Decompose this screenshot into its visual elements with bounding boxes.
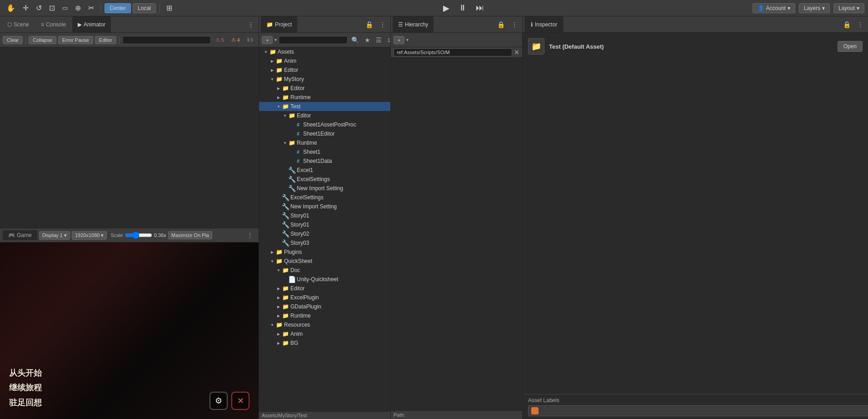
scale-value: 0.36x [154,232,166,238]
hierarchy-lock-btn[interactable]: 🔒 [494,20,508,29]
close-icon-btn[interactable]: ✕ [231,392,249,410]
tree-item-mystory-editor[interactable]: ▶ 📁 Editor [259,84,390,93]
hierarchy-tab[interactable]: ☰ Hierarchy [393,16,434,32]
project-more-btn[interactable]: ⋮ [377,20,389,29]
tree-item-story01a[interactable]: 🔧 Story01 [259,211,390,220]
tree-item-test-editor[interactable]: ▼ 📁 Editor [259,111,390,120]
story01a-label: Story01 [290,212,309,219]
hierarchy-ref-input[interactable] [394,48,512,56]
step-btn[interactable]: ⏭ [472,2,488,14]
hierarchy-more-btn[interactable]: ⋮ [509,20,520,29]
tree-item-sheet1data[interactable]: # Sheet1Data [259,156,390,166]
clear-btn[interactable]: Clear [3,36,23,44]
maximize-btn[interactable]: Maximize On Pla [168,231,212,239]
tree-item-sheet1[interactable]: # Sheet1 [259,147,390,156]
excel1-arrow [282,167,288,173]
hierarchy-add-btn[interactable]: + [394,36,404,44]
mystory-label: MyStory [284,76,304,82]
scene-tab[interactable]: ⬡ Scene [2,16,35,32]
scale-tool-btn[interactable]: ⊡ [46,2,58,14]
rotate-tool-btn[interactable]: ↺ [33,2,45,14]
quicksheet-folder-icon: 📁 [275,257,283,265]
tree-item-excel1[interactable]: 🔧 Excel1 [259,166,390,175]
layers-dropdown[interactable]: Layers ▾ [799,3,830,13]
error-pause-btn[interactable]: Error Pause [58,36,93,44]
tree-item-story01b[interactable]: 🔧 Story01 [259,220,390,229]
tree-item-mystory-runtime[interactable]: ▶ 📁 Runtime [259,93,390,102]
pause-btn[interactable]: ⏸ [455,2,470,14]
story02-label: Story02 [290,231,309,237]
move-tool-btn[interactable]: ✛ [20,2,31,14]
rect-tool-btn[interactable]: ▭ [60,3,70,13]
custom-tool-btn[interactable]: ✂ [85,2,97,14]
tree-item-gdataplugin[interactable]: ▶ 📁 GDataPlugin [259,302,390,311]
favorites-icon-btn[interactable]: ★ [363,35,372,45]
display-dropdown[interactable]: Display 1 ▾ [39,231,70,240]
inspector-more-btn[interactable]: ⋮ [854,20,866,29]
tree-item-anim[interactable]: ▶ 📁 Anim [259,56,390,66]
account-label: Account [766,5,786,11]
resolution-dropdown[interactable]: 1920x1080 ▾ [72,231,107,240]
game-tab[interactable]: 🎮 Game [3,230,37,240]
animator-tab[interactable]: ▶ Animator [72,16,111,32]
tree-item-res-anim[interactable]: ▶ 📁 Anim [259,329,390,338]
game-more-btn[interactable]: ⋮ [244,231,256,240]
grid-tool-btn[interactable]: ⊞ [164,2,175,14]
hierarchy-toolbar: + ▾ [391,33,522,47]
tree-item-excelplugin[interactable]: ▶ 📁 ExcelPlugin [259,293,390,302]
doc-arrow: ▼ [275,267,282,273]
tree-item-sheet1assetpostproc[interactable]: # Sheet1AssetPostProc [259,120,390,129]
search-icon-btn[interactable]: 🔍 [349,35,361,45]
tree-item-plugins[interactable]: ▶ 📁 Plugins [259,247,390,257]
tree-item-unity-quicksheet[interactable]: 📄 Unity-Quicksheet [259,275,390,284]
scale-slider[interactable] [125,232,152,239]
tree-item-editor1[interactable]: ▶ 📁 Editor [259,66,390,75]
hierarchy-ref-close-btn[interactable]: ✕ [514,49,519,56]
console-tab[interactable]: ≡ Console [35,16,71,32]
center-toggle[interactable]: Center [105,3,131,13]
warn-badge[interactable]: ⚠ 4 [229,36,243,44]
tree-item-excelsettings1[interactable]: 🔧 ExcelSettings [259,175,390,184]
error-badge[interactable]: ⚠ 5 [213,36,227,44]
tree-item-sheet1editor[interactable]: # Sheet1Editor [259,129,390,138]
tree-item-excelsettings2[interactable]: 🔧 ExcelSettings [259,193,390,202]
res-anim-arrow: ▶ [275,331,282,337]
test-runtime-folder-icon: 📁 [288,139,295,146]
transform-tool-btn[interactable]: ⊕ [72,2,84,14]
tree-item-qs-editor[interactable]: ▶ 📁 Editor [259,284,390,293]
tree-item-test[interactable]: ▼ 📁 Test [259,102,390,111]
play-btn[interactable]: ▶ [439,2,453,14]
tree-item-qs-runtime[interactable]: ▶ 📁 Runtime [259,311,390,320]
tree-item-newimportsetting2[interactable]: 🔧 New Import Setting [259,202,390,211]
inspector-tab-btn[interactable]: ℹ Inspector [524,16,564,32]
tree-item-quicksheet[interactable]: ▼ 📁 QuickSheet [259,257,390,266]
asset-folder-icon: 📁 [531,41,541,51]
tree-item-test-runtime[interactable]: ▼ 📁 Runtime [259,138,390,147]
tree-item-story02[interactable]: 🔧 Story02 [259,229,390,238]
add-asset-btn[interactable]: + [262,36,273,44]
file-tree: ▼ 📁 Assets ▶ 📁 Anim ▶ 📁 Editor ▼ [259,47,390,411]
tree-item-story03[interactable]: 🔧 Story03 [259,238,390,247]
tree-item-doc[interactable]: ▼ 📁 Doc [259,266,390,275]
tree-item-assets[interactable]: ▼ 📁 Assets [259,47,390,56]
tree-item-res-bg[interactable]: ▶ 📁 BG [259,338,390,348]
inspector-open-btn[interactable]: Open [838,41,863,52]
tree-item-newimportsetting1[interactable]: 🔧 New Import Setting [259,184,390,193]
scene-tab-more[interactable]: ⋮ [245,20,257,29]
info-badge[interactable]: ℹ 0 [244,36,256,44]
hand-tool-btn[interactable]: ✋ [4,2,18,14]
local-toggle[interactable]: Local [133,3,156,13]
editor-btn[interactable]: Editor [95,36,116,44]
project-search-input[interactable] [279,36,348,44]
inspector-lock-btn[interactable]: 🔒 [840,20,853,29]
layout-dropdown[interactable]: Layout ▾ [833,3,864,13]
tree-item-resources[interactable]: ▼ 📁 Resources [259,320,390,329]
project-lock-btn[interactable]: 🔒 [363,20,376,29]
project-filter-btn[interactable]: ☰ [374,35,384,45]
collapse-btn[interactable]: Collapse [29,36,56,44]
project-tab[interactable]: 📁 Project [261,16,297,32]
account-dropdown[interactable]: 👤 Account ▾ [753,3,795,13]
settings-icon-btn[interactable]: ⚙ [210,392,228,410]
tree-item-mystory[interactable]: ▼ 📁 MyStory [259,75,390,84]
console-search[interactable] [122,36,211,44]
